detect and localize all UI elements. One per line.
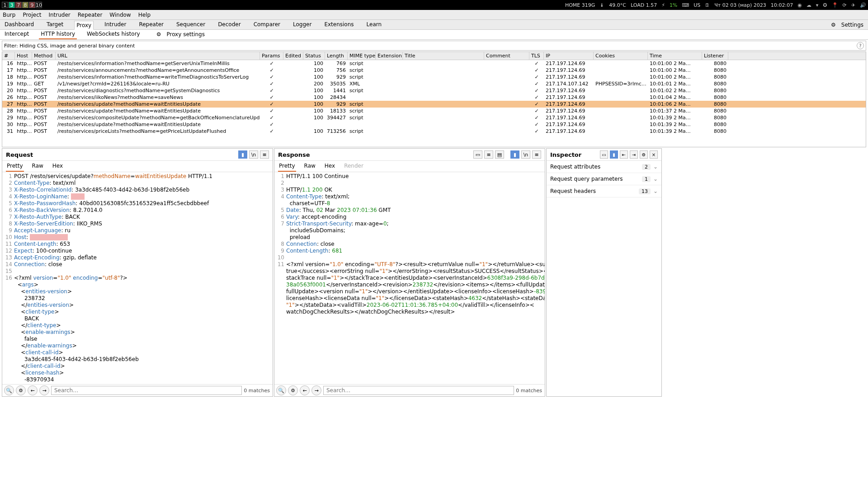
newline-toggle[interactable]: \n [521,150,530,159]
layout-toggle-c[interactable]: ▤ [495,150,504,159]
tool-tab-extensions[interactable]: Extensions [322,20,355,29]
volume-icon[interactable]: 🔊 [860,2,866,8]
table-row[interactable]: 29http…POST/resto/services/compositeUpda… [2,114,866,121]
response-view-tabs[interactable]: PrettyRawHexRender [274,161,545,172]
table-row[interactable]: 18http…POST/resto/services/information?m… [2,74,866,80]
menu-icon[interactable]: ≡ [532,150,541,159]
cloud-icon[interactable]: ☁ [807,2,811,8]
search-input[interactable] [323,386,514,395]
gear-icon[interactable]: ⚙ [829,21,838,29]
col-listener[interactable]: Listener [702,52,728,60]
tool-tab-logger[interactable]: Logger [291,20,313,29]
menu-burp[interactable]: Burp [3,12,15,18]
tool-tab-dashboard[interactable]: Dashboard [3,20,36,29]
tool-tab-proxy[interactable]: Proxy [74,21,94,30]
table-row[interactable]: 30http…POST/resto/services/update?method… [2,121,866,128]
col-params[interactable]: Params [260,52,283,60]
proxy-settings-button[interactable]: Proxy settings [165,30,207,39]
help-icon[interactable]: ? [857,42,864,49]
table-row[interactable]: 19http…GET/v1/news/get?crmId=2261163&loc… [2,80,866,87]
gear-icon[interactable]: ⚙ [155,30,163,39]
next-match-button[interactable]: → [311,385,321,395]
workspace-8[interactable]: 8 [22,2,28,8]
view-tab-raw[interactable]: Raw [303,162,316,172]
col-ip[interactable]: IP [544,52,594,60]
tool-tab-comparer[interactable]: Comparer [252,20,282,29]
col-host[interactable]: Host [15,52,32,60]
telegram-icon[interactable]: ✈ [851,2,855,8]
shield-icon[interactable]: ✪ [823,2,827,8]
view-tab-raw[interactable]: Raw [31,162,44,172]
col-comment[interactable]: Comment [484,52,529,60]
workspace-9[interactable]: 9 [29,2,35,8]
prev-match-button[interactable]: ← [300,385,310,395]
menu-window[interactable]: Window [109,12,131,18]
location-icon[interactable]: 📍 [832,2,838,8]
table-row[interactable]: 27http…POST/resto/services/update?method… [2,101,866,108]
tool-tab-repeater[interactable]: Repeater [137,20,165,29]
layout-toggle-a[interactable]: ▭ [473,150,482,159]
workspace-switcher[interactable]: 1378910 [2,2,42,8]
subtab-http-history[interactable]: HTTP history [39,30,77,39]
tool-tab-learn[interactable]: Learn [365,20,384,29]
view-tab-pretty[interactable]: Pretty [6,162,24,172]
view-tab-hex[interactable]: Hex [324,162,336,172]
layout-toggle-a[interactable]: ▮ [238,150,247,159]
col-title[interactable]: Title [403,52,484,60]
menu-icon[interactable]: ≡ [260,150,269,159]
subtab-websockets-history[interactable]: WebSockets history [85,30,142,39]
tool-tab-sequencer[interactable]: Sequencer [175,20,207,29]
col-cookies[interactable]: Cookies [594,52,648,60]
col--[interactable]: # [2,52,15,60]
expand-icon[interactable]: ⇥ [630,150,638,159]
table-row[interactable]: 16http…POST/resto/services/information?m… [2,60,866,67]
request-view-tabs[interactable]: PrettyRawHex [2,161,273,172]
col-status[interactable]: Status [303,52,325,60]
workspace-1[interactable]: 1 [2,2,8,8]
table-header[interactable]: #HostMethodURLParamsEditedStatusLengthMI… [2,52,866,60]
search-input[interactable] [51,386,242,395]
prev-match-button[interactable]: ← [28,385,38,395]
workspace-3[interactable]: 3 [9,2,15,8]
tool-tab-decoder[interactable]: Decoder [216,20,243,29]
table-row[interactable]: 20http…POST/resto/services/diagnostics?m… [2,87,866,94]
table-row[interactable]: 26http…POST/resto/services/iikoNews?meth… [2,94,866,101]
updates-icon[interactable]: ⟳ [843,2,847,8]
view-tab-hex[interactable]: Hex [52,162,64,172]
col-length[interactable]: Length [325,52,348,60]
menu-repeater[interactable]: Repeater [78,12,103,18]
col-edited[interactable]: Edited [283,52,303,60]
table-row[interactable]: 31http…POST/resto/services/priceLists?me… [2,128,866,135]
table-row[interactable]: 17http…POST/resto/services/announcements… [2,67,866,74]
subtab-intercept[interactable]: Intercept [3,30,31,39]
layout-toggle-b[interactable]: ≡ [484,150,493,159]
dropdown-icon[interactable]: ▾ [816,2,819,8]
col-tls[interactable]: TLS [529,52,544,60]
workspace-10[interactable]: 10 [36,2,42,8]
workspace-7[interactable]: 7 [15,2,22,8]
gear-icon[interactable]: ⚙ [16,385,26,395]
search-icon[interactable]: 🔍 [4,385,14,395]
layout-toggle-b[interactable]: ▮ [610,150,618,159]
layout-toggle-a[interactable]: ▭ [600,150,608,159]
col-url[interactable]: URL [56,52,260,60]
tool-tab-intruder[interactable]: Intruder [103,20,128,29]
tool-tab-target[interactable]: Target [45,20,65,29]
menu-help[interactable]: Help [138,12,151,18]
inspector-section-request-query-parameters[interactable]: Request query parameters1⌄ [547,173,661,185]
gear-icon[interactable]: ⚙ [640,150,648,159]
menu-project[interactable]: Project [23,12,41,18]
gear-icon[interactable]: ⚙ [288,385,298,395]
col-time[interactable]: Time [648,52,702,60]
menu-intruder[interactable]: Intruder [48,12,70,18]
newline-toggle[interactable]: \n [249,150,258,159]
col-extension[interactable]: Extension [376,52,403,60]
request-editor[interactable]: 1POST /resto/services/update?methodName=… [2,172,273,384]
close-icon[interactable]: × [650,150,658,159]
layout-toggle-d[interactable]: ▮ [510,150,519,159]
chrome-icon[interactable]: ◉ [797,2,802,8]
view-tab-pretty[interactable]: Pretty [278,162,296,172]
search-icon[interactable]: 🔍 [276,385,286,395]
filter-bar[interactable]: Filter: Hiding CSS, image and general bi… [2,41,866,51]
inspector-section-request-attributes[interactable]: Request attributes2⌄ [547,161,661,173]
